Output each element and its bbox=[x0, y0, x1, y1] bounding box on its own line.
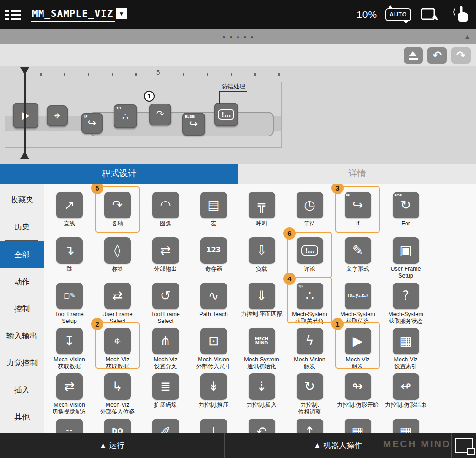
palette-item-path-teach[interactable]: ∿Path Teach bbox=[189, 279, 238, 324]
collapse-arrow-icon[interactable]: ▲ bbox=[464, 33, 471, 40]
palette-item-more-7[interactable]: ▦ bbox=[334, 415, 382, 433]
palette-item-more-2[interactable]: DO bbox=[93, 415, 141, 433]
palette-item-extended-palletizing[interactable]: ≣扩展码垛 bbox=[141, 370, 189, 415]
palette-item-joint-move[interactable]: 5↷各轴 bbox=[93, 188, 141, 234]
touch-mode-button[interactable] bbox=[449, 5, 471, 25]
glyph: ↪ bbox=[189, 119, 198, 129]
glyph: 123 bbox=[206, 247, 221, 254]
run-panel-button[interactable]: ▲ 运行 bbox=[0, 433, 224, 458]
pendant-button[interactable] bbox=[419, 5, 441, 25]
if-block-icon[interactable]: IF↪ bbox=[81, 113, 103, 134]
palette-item-mech-viz-set-branch[interactable]: ⋔Mech-Viz设置分支 bbox=[141, 324, 189, 370]
drag-handle-dots[interactable]: ••••• bbox=[218, 33, 258, 41]
palette-item-external-output[interactable]: ⇄外部输出 bbox=[141, 234, 189, 279]
pendant-display-button[interactable] bbox=[452, 433, 476, 458]
project-title[interactable]: MM_SAMPLE_VIZ bbox=[31, 7, 115, 22]
glyph: ⋔ bbox=[160, 334, 171, 348]
joint-move-icon[interactable]: ↷ bbox=[149, 104, 171, 125]
palette-item-more-3[interactable]: ✐ bbox=[141, 415, 189, 433]
call-icon: ╦ bbox=[249, 192, 275, 218]
palette-item-wait[interactable]: ◷等待 bbox=[286, 188, 334, 234]
palette-item-mech-system-get-joints[interactable]: 41|2∴Mech-System获取关节角 bbox=[286, 279, 334, 324]
palette-item-text-form[interactable]: ✎文字形式 bbox=[334, 234, 382, 279]
palette-item-register[interactable]: 123寄存器 bbox=[189, 234, 238, 279]
palette-item-user-frame-setup[interactable]: ▣User FrameSetup bbox=[382, 234, 430, 279]
sidebar-item-history[interactable]: 历史 bbox=[0, 213, 44, 240]
palette-item-mech-system-comm-init[interactable]: MECH MINDMech-System通讯初始化 bbox=[238, 324, 286, 370]
glyph: ⇄ bbox=[64, 380, 75, 393]
for-loop-icon: FOR↻ bbox=[393, 192, 419, 218]
palette-item-label: Mech-Viz触发 bbox=[334, 356, 382, 370]
palette-item-arc[interactable]: ◠圆弧 bbox=[141, 188, 189, 234]
palette-item-mech-vision-switch-recipe[interactable]: ⇄Mech-Vision切换视觉配方 bbox=[45, 370, 93, 415]
palette-item-user-frame-select[interactable]: ⇄User FrameSelect bbox=[93, 279, 141, 324]
mech-system-get-joints-icon[interactable]: 1|2∴ bbox=[114, 104, 137, 128]
palette-item-more-5[interactable]: ↶ bbox=[238, 415, 286, 433]
palette-item-mech-system-get-status[interactable]: ?Mech-System获取服务状态 bbox=[382, 279, 430, 324]
auto-mode-button[interactable]: AUTO bbox=[385, 8, 411, 21]
drag-handle-bar[interactable]: ••••• ▲ bbox=[0, 29, 476, 44]
palette-item-label[interactable]: ◊标签 bbox=[93, 234, 141, 279]
palette-item-force-plane-match[interactable]: ⇓力控制.平面匹配 bbox=[238, 279, 286, 324]
glyph: ↻ bbox=[304, 380, 315, 393]
palette-item-tool-frame-setup[interactable]: ▢✎Tool FrameSetup bbox=[45, 279, 93, 324]
palette-item-mech-viz-trigger[interactable]: 1▶Mech-Viz触发 bbox=[334, 324, 382, 370]
sidebar-item-insert[interactable]: 插入 bbox=[0, 376, 44, 403]
sidebar-item-favorites[interactable]: 收藏夹 bbox=[0, 186, 44, 213]
palette-item-force-push[interactable]: ↡力控制.推压 bbox=[189, 370, 238, 415]
sidebar-item-force-control[interactable]: 力觉控制 bbox=[0, 349, 44, 376]
palette-item-more-8[interactable]: ▦ bbox=[382, 415, 430, 433]
palette-item-mech-system-get-pose[interactable]: (x₁,y₁,z₁)Mech-System获取位姿 bbox=[334, 279, 382, 324]
glyph: ↬ bbox=[352, 380, 363, 393]
else-block-icon[interactable]: ELSE↪ bbox=[182, 113, 205, 136]
palette-item-tool-frame-select[interactable]: ↺Tool FrameSelect bbox=[141, 279, 189, 324]
mech-viz-get-data-icon[interactable]: ⌖ bbox=[47, 105, 68, 126]
step-badge: 1 bbox=[331, 318, 344, 330]
palette-item-mech-vision-get-data[interactable]: ↧Mech-Vision获取数据 bbox=[45, 324, 93, 370]
palette-item-more-4[interactable]: ⊥ bbox=[189, 415, 238, 433]
title-dropdown[interactable]: ▼ bbox=[116, 8, 127, 19]
glyph: ↡ bbox=[208, 380, 219, 393]
palette-item-mech-vision-external-size[interactable]: ⊡Mech-Vision外部传入尺寸 bbox=[189, 324, 238, 370]
palette-item-if[interactable]: 3IF↪If bbox=[334, 188, 382, 234]
palette-item-force-insert[interactable]: ⇣力控制.插入 bbox=[238, 370, 286, 415]
arc-move-icon: ◠ bbox=[152, 192, 179, 218]
sidebar-item-motion[interactable]: 动作 bbox=[0, 268, 44, 295]
palette-item-mech-viz-external-pose[interactable]: ↳Mech-Viz外部传入位姿 bbox=[93, 370, 141, 415]
palette-item-comment[interactable]: 6!…评论 bbox=[286, 234, 334, 279]
palette-item-mech-viz-get-data[interactable]: 2⌖Mech-Viz获取数据 bbox=[93, 324, 141, 370]
comment-icon[interactable]: !… bbox=[214, 103, 238, 126]
palette-item-for[interactable]: FOR↻For bbox=[382, 188, 430, 234]
palette-item-call[interactable]: ╦呼叫 bbox=[238, 188, 286, 234]
palette-item-label: 等待 bbox=[286, 220, 334, 227]
redo-button[interactable]: ↷ bbox=[451, 47, 471, 64]
palette-item-payload[interactable]: ⇩负载 bbox=[238, 234, 286, 279]
sidebar-item-all[interactable]: 全部 bbox=[0, 241, 44, 268]
sidebar-item-control[interactable]: 控制 bbox=[0, 295, 44, 322]
palette-item-macro[interactable]: ▤宏 bbox=[189, 188, 238, 234]
robot-operation-button[interactable]: ▲ 机器人操作 bbox=[225, 433, 451, 458]
palette-item-line[interactable]: ↗直线 bbox=[45, 188, 93, 234]
palette-item-label: 文字形式 bbox=[334, 266, 382, 273]
menu-button[interactable] bbox=[0, 0, 27, 29]
undo-button[interactable]: ↶ bbox=[427, 47, 447, 64]
palette-item-more-1[interactable]: ⠶ bbox=[45, 415, 93, 433]
palette-item-force-profile-start[interactable]: ↬力控制.仿形开始 bbox=[334, 370, 382, 415]
tab-program-design[interactable]: 程式设计 bbox=[0, 164, 238, 184]
export-button[interactable] bbox=[404, 47, 423, 64]
palette-item-mech-vision-trigger[interactable]: ϟMech-Vision触发 bbox=[286, 324, 334, 370]
palette-item-mech-viz-set-index[interactable]: ▦Mech-Viz设置索引 bbox=[382, 324, 430, 370]
annotation-leader-line bbox=[219, 91, 220, 104]
palette-item-force-phase-adjust[interactable]: ↻力控制.位相调整 bbox=[286, 370, 334, 415]
block-tag: 1|2 bbox=[116, 106, 121, 110]
playhead-top-handle[interactable] bbox=[20, 67, 29, 75]
speed-percentage[interactable]: 10% bbox=[357, 9, 377, 20]
sidebar-item-other[interactable]: 其他 bbox=[0, 403, 44, 431]
palette-item-force-profile-end[interactable]: ↫力控制.仿形结束 bbox=[382, 370, 430, 415]
mech-viz-trigger-icon[interactable]: ▶ bbox=[13, 103, 38, 128]
palette-item-more-6[interactable]: ↥ bbox=[286, 415, 334, 433]
palette-item-jump[interactable]: ↴跳 bbox=[45, 234, 93, 279]
tab-details[interactable]: 详情 bbox=[238, 164, 476, 184]
sidebar-item-input-output[interactable]: 输入输出 bbox=[0, 322, 44, 349]
playhead-bottom-handle[interactable] bbox=[20, 152, 29, 159]
